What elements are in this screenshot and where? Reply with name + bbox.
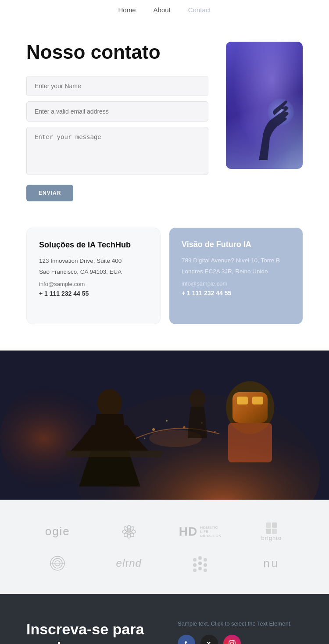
svg-point-37 xyxy=(198,556,202,560)
logo-circles xyxy=(49,555,66,572)
logo-elrnd: elrnd xyxy=(116,557,142,569)
logo-elrnd-text: elrnd xyxy=(116,557,142,569)
submit-button[interactable]: ENVIAR xyxy=(26,185,73,201)
scene-illustration xyxy=(0,351,329,500)
full-image-section: Home About Contact xyxy=(0,351,329,500)
svg-rect-5 xyxy=(66,451,162,457)
logo-ogie: ogie xyxy=(45,525,70,538)
main-nav: Home About Contact xyxy=(0,0,329,20)
email-field-group xyxy=(26,101,208,122)
logo-brighto: brighto xyxy=(261,522,282,541)
email-input[interactable] xyxy=(26,101,208,122)
svg-point-39 xyxy=(193,563,197,567)
svg-point-4 xyxy=(97,389,122,417)
facebook-icon[interactable]: f xyxy=(178,635,195,644)
logo-nu: nu xyxy=(263,557,279,570)
image-scene xyxy=(0,351,329,500)
card-futuro-phone: + 1 111 232 44 55 xyxy=(182,290,290,297)
svg-rect-8 xyxy=(237,397,248,404)
svg-rect-31 xyxy=(272,529,277,534)
card-futuro-address1: 789 Digital Avenue? Nível 10, Torre B xyxy=(182,256,290,265)
nav-home[interactable]: Home xyxy=(118,6,136,14)
dots-icon xyxy=(191,555,209,572)
message-field-group xyxy=(26,127,208,177)
svg-rect-7 xyxy=(232,392,268,423)
svg-point-49 xyxy=(233,641,234,642)
cards-section: Soluções de IA TechHub 123 Innovation Dr… xyxy=(0,228,329,351)
logo-brighto-text: brighto xyxy=(261,535,282,541)
svg-point-42 xyxy=(193,569,197,572)
card-futuro: Visão de Futuro IA 789 Digital Avenue? N… xyxy=(169,228,303,324)
svg-rect-30 xyxy=(266,529,271,534)
card-techhub-phone: + 1 111 232 44 55 xyxy=(39,290,148,297)
svg-text:f: f xyxy=(185,640,187,644)
logo-hd-subtitle: HOLISTICLIFEDIRECTION xyxy=(200,526,222,538)
svg-point-27 xyxy=(128,530,130,533)
hero-left: Nosso contato ENVIAR xyxy=(26,42,208,201)
facebook-svg: f xyxy=(182,639,191,644)
hero-image xyxy=(226,42,303,169)
footer-left: Inscreva-se para receber as últimas atua… xyxy=(26,620,151,644)
instagram-svg xyxy=(228,639,236,644)
circles-icon xyxy=(49,555,66,572)
svg-point-40 xyxy=(198,562,202,565)
hero-image-inner xyxy=(226,42,303,169)
logo-hd: HD HOLISTICLIFEDIRECTION xyxy=(179,525,222,539)
svg-point-38 xyxy=(204,558,207,562)
x-icon[interactable]: ✕ xyxy=(200,635,218,644)
logo-dots xyxy=(191,555,209,572)
instagram-icon[interactable] xyxy=(223,635,241,644)
svg-point-48 xyxy=(231,642,234,644)
svg-text:✕: ✕ xyxy=(206,640,211,644)
logo-hd-text: HD xyxy=(179,525,197,539)
nav-contact[interactable]: Contact xyxy=(188,6,211,14)
card-techhub-address1: 123 Innovation Drive, Suite 400 xyxy=(39,257,148,265)
svg-point-44 xyxy=(204,569,207,572)
name-input[interactable] xyxy=(26,76,208,96)
card-techhub-address2: São Francisco, CA 94103, EUA xyxy=(39,268,148,276)
card-futuro-title: Visão de Futuro IA xyxy=(182,240,290,249)
footer-section: Inscreva-se para receber as últimas atua… xyxy=(0,594,329,644)
svg-rect-9 xyxy=(252,397,263,404)
hero-section: Nosso contato ENVIAR xyxy=(0,20,329,228)
svg-point-43 xyxy=(198,567,202,570)
logo-nu-text: nu xyxy=(263,557,279,570)
brighto-icon xyxy=(265,522,278,535)
svg-rect-29 xyxy=(272,522,277,528)
svg-point-16 xyxy=(144,438,146,439)
footer-sample-text: Sample text. Click to select the Text El… xyxy=(178,620,303,627)
flower-icon xyxy=(120,523,138,540)
svg-rect-10 xyxy=(228,423,272,462)
message-input[interactable] xyxy=(26,127,208,175)
x-svg: ✕ xyxy=(205,639,214,644)
nav-about[interactable]: About xyxy=(154,6,171,14)
card-techhub-email: info@sample.com xyxy=(39,281,148,287)
svg-point-14 xyxy=(183,426,186,429)
page-title: Nosso contato xyxy=(26,42,208,63)
footer-title: Inscreva-se para receber as últimas atua… xyxy=(26,620,151,644)
svg-point-36 xyxy=(193,558,197,562)
svg-point-41 xyxy=(204,563,207,567)
svg-point-17 xyxy=(215,431,216,433)
svg-point-12 xyxy=(152,428,155,431)
social-icons: f ✕ xyxy=(178,635,303,644)
card-techhub: Soluções de IA TechHub 123 Innovation Dr… xyxy=(26,228,161,324)
card-futuro-address2: Londres EC2A 3JR, Reino Unido xyxy=(182,267,290,276)
name-field-group xyxy=(26,76,208,96)
svg-point-18 xyxy=(190,389,205,408)
card-futuro-email: info@sample.com xyxy=(182,280,290,287)
svg-point-13 xyxy=(166,420,168,422)
logos-section: ogie HD HOLISTICLIFEDIRECTION xyxy=(0,500,329,594)
logo-flower xyxy=(120,523,138,540)
card-techhub-title: Soluções de IA TechHub xyxy=(39,240,148,250)
svg-rect-28 xyxy=(266,522,271,528)
hand-illustration xyxy=(254,90,298,160)
footer-right: Sample text. Click to select the Text El… xyxy=(178,620,303,644)
